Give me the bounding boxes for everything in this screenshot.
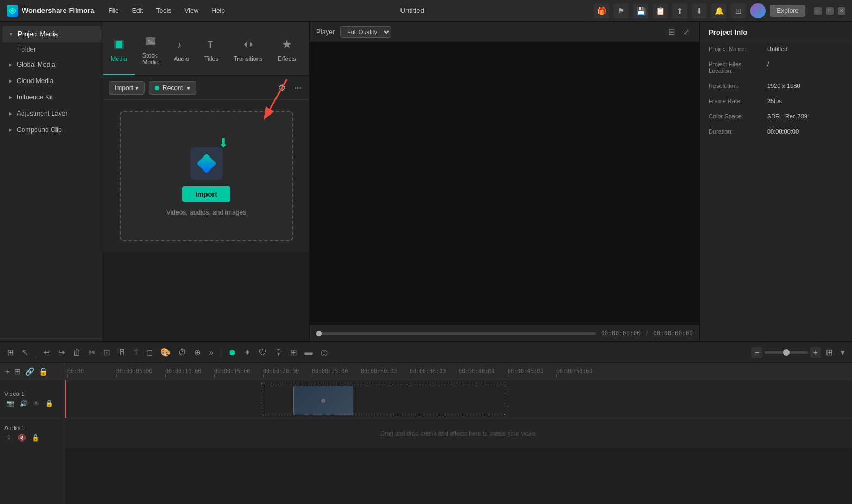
tl-mask-button[interactable]: ◻ xyxy=(143,345,155,360)
gift-button[interactable]: 🎁 xyxy=(594,3,609,18)
export-settings-button[interactable]: ⬆ xyxy=(672,3,687,18)
ruler-line-8 xyxy=(459,374,459,377)
tl-subtitle-button[interactable]: ▬ xyxy=(302,345,316,359)
import-drop-button[interactable]: Import xyxy=(182,186,230,202)
tl-settings-button[interactable]: ▾ xyxy=(838,345,848,360)
video-track-header: Video 1 📷 🔊 👁 🔒 xyxy=(0,380,65,418)
tab-stock-media[interactable]: Stock Media xyxy=(135,26,166,75)
info-value-resolution: 1920 x 1080 xyxy=(767,83,800,89)
record-button[interactable]: Record ▾ xyxy=(149,81,196,94)
nav-adjustment-layer[interactable]: ▶ Adjustment Layer xyxy=(2,105,101,122)
video-track-audio-icon[interactable]: 🔊 xyxy=(18,399,29,408)
playhead[interactable] xyxy=(65,380,66,418)
import-button[interactable]: Import ▾ xyxy=(109,81,145,94)
track-lock-button[interactable]: 🔒 xyxy=(37,366,49,377)
tl-more-tools-button[interactable]: » xyxy=(206,345,216,359)
bell-button[interactable]: 🔔 xyxy=(711,3,726,18)
video-clip[interactable] xyxy=(293,386,353,415)
zoom-slider[interactable] xyxy=(765,351,808,354)
storage-button[interactable]: 💾 xyxy=(633,3,648,18)
menu-file[interactable]: File xyxy=(103,5,124,17)
track-link-button[interactable]: 🔗 xyxy=(24,366,35,377)
clip-thumbnail xyxy=(294,386,353,415)
minimize-button[interactable]: — xyxy=(814,7,822,15)
player-progress-thumb[interactable] xyxy=(316,331,322,336)
tl-overlay-button[interactable]: ⊞ xyxy=(287,345,300,360)
tl-text-button[interactable]: T xyxy=(131,345,141,359)
media-tab-icon xyxy=(113,39,125,53)
grid-button[interactable]: ⊞ xyxy=(731,3,746,18)
audio-icon: ♪ xyxy=(176,39,187,53)
player-canvas xyxy=(310,42,699,325)
ruler-line-0 xyxy=(67,374,68,377)
tl-redo-button[interactable]: ↪ xyxy=(55,345,68,360)
video-track-camera-icon[interactable]: 📷 xyxy=(4,399,16,408)
add-video-track-button[interactable]: + xyxy=(4,366,11,377)
window-title: Untitled xyxy=(400,7,424,15)
user-avatar[interactable] xyxy=(750,3,766,18)
tab-effects[interactable]: Effects xyxy=(270,26,303,75)
video-track-area[interactable] xyxy=(65,380,852,418)
nav-influence-kit-label: Influence Kit xyxy=(17,93,53,101)
zoom-out-button[interactable]: − xyxy=(751,347,762,358)
ruler-label-1: 00:00:05:00 xyxy=(116,368,152,374)
tl-stabilize-button[interactable]: ⊕ xyxy=(191,345,204,360)
player-progress-track[interactable] xyxy=(316,332,596,335)
video-track-lock-icon[interactable]: 🔒 xyxy=(43,399,55,408)
clip-handle[interactable] xyxy=(348,386,353,386)
video-track-eye-icon[interactable]: 👁 xyxy=(32,399,41,408)
tl-shield-button[interactable]: 🛡 xyxy=(256,345,270,359)
layout-button[interactable]: 📋 xyxy=(653,3,668,18)
nav-global-media[interactable]: ▶ Global Media xyxy=(2,56,101,73)
close-button[interactable]: ✕ xyxy=(838,7,845,15)
tl-grid-view-button[interactable]: ⊞ xyxy=(823,345,836,360)
tl-speed-button[interactable]: ⏱ xyxy=(176,345,189,359)
split-view-button[interactable]: ⊟ xyxy=(666,26,678,39)
nav-arrow-adjustment: ▶ xyxy=(9,111,12,116)
audio-track-mute-icon[interactable]: 🔇 xyxy=(16,433,28,442)
maximize-button[interactable]: □ xyxy=(826,7,834,15)
nav-global-media-label: Global Media xyxy=(17,61,55,68)
tl-delete-button[interactable]: 🗑 xyxy=(70,345,84,359)
menu-tools[interactable]: Tools xyxy=(151,5,177,17)
tl-crop-button[interactable]: ⊡ xyxy=(101,345,113,360)
nav-folder[interactable]: Folder xyxy=(0,42,103,56)
quality-select[interactable]: Full Quality 1/2 Quality xyxy=(340,26,391,38)
flag-button[interactable]: ⚑ xyxy=(613,3,629,18)
audio-track-mic-icon[interactable]: 🎙 xyxy=(4,433,14,442)
filter-button[interactable]: ⚙ xyxy=(276,80,288,95)
tab-titles[interactable]: T Titles xyxy=(197,26,226,75)
tl-audio-adjust-button[interactable]: 🎚 xyxy=(115,345,129,359)
svg-marker-1 xyxy=(11,9,14,12)
ruler-line-5 xyxy=(312,374,312,377)
nav-influence-kit[interactable]: ▶ Influence Kit xyxy=(2,89,101,105)
tl-record-button[interactable]: ⏺ xyxy=(225,345,239,359)
tl-mic-button[interactable]: 🎙 xyxy=(272,345,285,359)
tab-audio[interactable]: ♪ Audio xyxy=(166,26,197,75)
menu-view[interactable]: View xyxy=(179,5,204,17)
tl-select-button[interactable]: ↖ xyxy=(19,345,32,360)
tl-undo-button[interactable]: ↩ xyxy=(41,345,53,360)
zoom-in-button[interactable]: + xyxy=(810,347,821,358)
tab-media[interactable]: Media xyxy=(103,26,135,75)
nav-cloud-media[interactable]: ▶ Cloud Media xyxy=(2,73,101,89)
tl-audio-keyframe-button[interactable]: ◎ xyxy=(318,345,330,360)
more-button[interactable]: ··· xyxy=(292,81,304,95)
tl-effects-button[interactable]: ✦ xyxy=(241,345,254,360)
audio-track-area[interactable]: Drag and drop media and effects here to … xyxy=(65,418,852,448)
nav-compound-clip[interactable]: ▶ Compound Clip xyxy=(2,122,101,138)
menu-help[interactable]: Help xyxy=(206,5,230,17)
nav-project-media[interactable]: ▼ Project Media xyxy=(2,26,101,42)
tl-layout-button[interactable]: ⊞ xyxy=(4,345,17,360)
download-button[interactable]: ⬇ xyxy=(692,3,707,18)
tl-color-button[interactable]: 🎨 xyxy=(158,345,173,360)
tl-cut-button[interactable]: ✂ xyxy=(86,345,98,360)
audio-track-lock-icon[interactable]: 🔒 xyxy=(30,433,41,442)
fullscreen-button[interactable]: ⤢ xyxy=(680,26,693,39)
menu-edit[interactable]: Edit xyxy=(127,5,149,17)
info-label-location: Project Files Location: xyxy=(709,61,763,74)
explore-button[interactable]: Explore xyxy=(770,5,805,17)
tab-transitions[interactable]: Transitions xyxy=(226,26,270,75)
info-row-resolution: Resolution: 1920 x 1080 xyxy=(700,78,852,93)
track-menu-button[interactable]: ⊞ xyxy=(13,366,22,377)
